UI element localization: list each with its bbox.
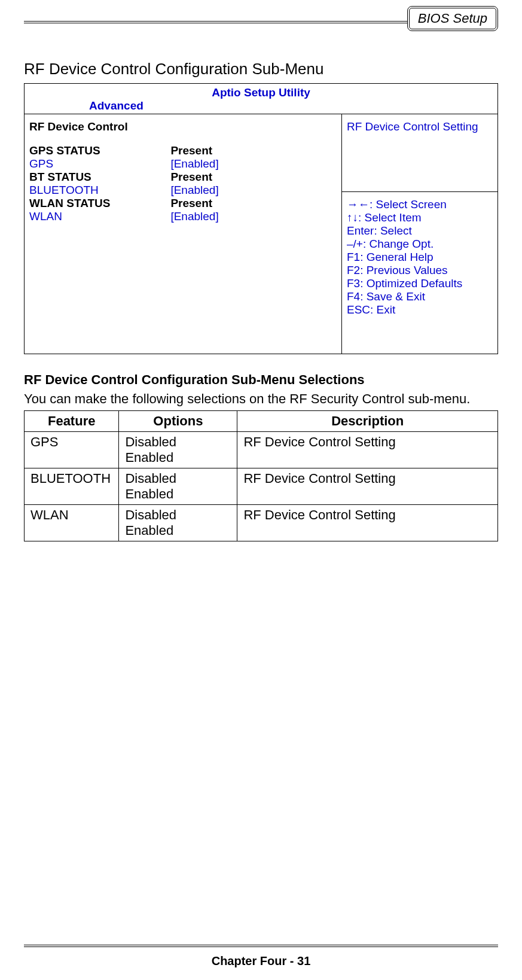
bios-setting-row[interactable]: WLAN[Enabled] [29, 210, 337, 223]
bios-left-pane: RF Device Control GPS STATUSPresentGPS[E… [25, 114, 341, 354]
bios-setting-value: Present [170, 144, 337, 157]
bios-top-bar: Aptio Setup Utility Advanced [25, 84, 497, 114]
selections-heading: RF Device Control Configuration Sub-Menu… [24, 372, 498, 388]
cell-feature: BLUETOOTH [25, 468, 119, 505]
bios-key-hint: F3: Optimized Defaults [347, 277, 493, 290]
bios-setting-label: WLAN STATUS [29, 197, 170, 210]
bios-setting-label: WLAN [29, 210, 170, 223]
bios-utility-title: Aptio Setup Utility [29, 86, 493, 99]
bios-setting-label: BLUETOOTH [29, 184, 170, 197]
page-footer: Chapter Four - 31 [0, 945, 522, 968]
page-header: BIOS Setup [24, 6, 498, 36]
header-badge: BIOS Setup [407, 6, 498, 31]
bios-help-text: RF Device Control Setting [342, 114, 497, 192]
bios-setting-label: GPS [29, 157, 170, 171]
bios-setting-row[interactable]: GPS[Enabled] [29, 157, 337, 171]
selections-table: Feature Options Description GPSDisabledE… [24, 410, 498, 541]
option-value: Disabled [125, 507, 231, 523]
bios-left-heading: RF Device Control [29, 120, 337, 133]
bios-key-hint: Enter: Select [347, 224, 493, 238]
bios-key-hint: ESC: Exit [347, 303, 493, 316]
section-heading: RF Device Control Configuration Sub-Menu [24, 60, 498, 78]
bios-setting-row: WLAN STATUSPresent [29, 197, 337, 210]
bios-key-hint: F2: Previous Values [347, 264, 493, 277]
bios-setting-label: GPS STATUS [29, 144, 170, 157]
option-value: Enabled [125, 450, 231, 465]
bios-setting-value[interactable]: [Enabled] [170, 184, 337, 197]
cell-description: RF Device Control Setting [237, 468, 498, 505]
bios-setting-row: BT STATUSPresent [29, 171, 337, 184]
cell-options: DisabledEnabled [119, 505, 237, 541]
footer-rule [24, 945, 498, 947]
bios-setting-row: GPS STATUSPresent [29, 144, 337, 157]
cell-feature: GPS [25, 432, 119, 468]
table-row: BLUETOOTHDisabledEnabledRF Device Contro… [25, 468, 498, 505]
bios-setting-label: BT STATUS [29, 171, 170, 184]
bios-setting-row[interactable]: BLUETOOTH[Enabled] [29, 184, 337, 197]
table-row: GPSDisabledEnabledRF Device Control Sett… [25, 432, 498, 468]
option-value: Disabled [125, 471, 231, 486]
bios-key-hint: →←: Select Screen [347, 198, 493, 211]
footer-text: Chapter Four - 31 [0, 954, 522, 968]
option-value: Disabled [125, 434, 231, 450]
bios-key-hint: –/+: Change Opt. [347, 238, 493, 251]
option-value: Enabled [125, 486, 231, 502]
bios-setting-value: Present [170, 197, 337, 210]
bios-tab-advanced[interactable]: Advanced [29, 99, 493, 112]
bios-key-hint: ↑↓: Select Item [347, 211, 493, 224]
bios-panel: Aptio Setup Utility Advanced RF Device C… [24, 83, 498, 354]
option-value: Enabled [125, 523, 231, 538]
bios-setting-value[interactable]: [Enabled] [170, 157, 337, 171]
col-options: Options [119, 411, 237, 432]
cell-feature: WLAN [25, 505, 119, 541]
cell-options: DisabledEnabled [119, 432, 237, 468]
bios-key-hint: F1: General Help [347, 251, 493, 264]
bios-right-pane: RF Device Control Setting →←: Select Scr… [341, 114, 497, 354]
cell-description: RF Device Control Setting [237, 505, 498, 541]
cell-description: RF Device Control Setting [237, 432, 498, 468]
selections-intro: You can make the following selections on… [24, 391, 498, 407]
bios-key-hint: F4: Save & Exit [347, 290, 493, 303]
bios-setting-value[interactable]: [Enabled] [170, 210, 337, 223]
table-row: WLANDisabledEnabledRF Device Control Set… [25, 505, 498, 541]
cell-options: DisabledEnabled [119, 468, 237, 505]
col-description: Description [237, 411, 498, 432]
table-header-row: Feature Options Description [25, 411, 498, 432]
bios-key-legend: →←: Select Screen↑↓: Select ItemEnter: S… [342, 192, 497, 322]
col-feature: Feature [25, 411, 119, 432]
bios-setting-value: Present [170, 171, 337, 184]
